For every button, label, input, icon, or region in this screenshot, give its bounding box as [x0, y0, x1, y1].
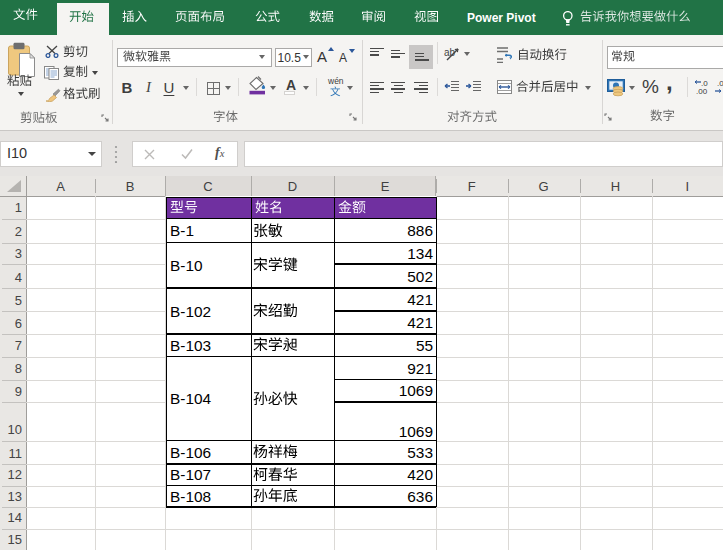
svg-text:.0: .0	[717, 79, 723, 88]
svg-text:.00: .00	[696, 87, 708, 95]
